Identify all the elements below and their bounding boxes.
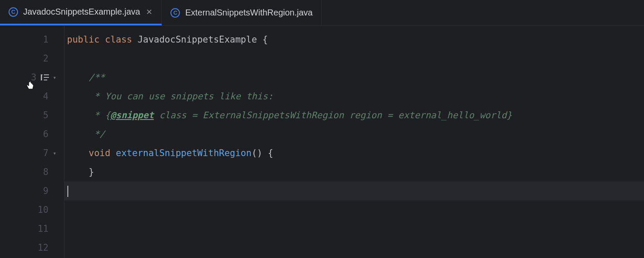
line-number: 9 [36,186,49,196]
code-line[interactable]: /** [64,68,644,87]
code-line[interactable]: void externalSnippetWithRegion() { [64,144,644,163]
code-area[interactable]: public class JavadocSnippetsExample { /*… [64,26,644,258]
gutter-row[interactable]: 6 [0,125,64,144]
code-line[interactable] [64,49,644,68]
code-line[interactable]: * {@snippet class = ExternalSnippetsWith… [64,106,644,125]
gutter-row[interactable]: 5 [0,106,64,125]
code-line[interactable]: * You can use snippets like this: [64,87,644,106]
line-number: 7 [36,148,49,158]
tab-external-snippets[interactable]: C ExternalSnippetsWithRegion.java [162,0,322,25]
editor: 1 2 3 ▾ 4 5 6 [0,26,644,258]
line-number: 2 [36,53,49,64]
gutter: 1 2 3 ▾ 4 5 6 [0,26,64,258]
java-class-icon: C [170,8,180,18]
tab-label: ExternalSnippetsWithRegion.java [185,8,313,18]
code-line[interactable] [64,200,644,219]
chevron-down-icon[interactable]: ▾ [53,74,59,81]
tab-label: JavadocSnippetsExample.java [23,7,140,17]
line-number: 4 [36,91,49,101]
gutter-row[interactable]: 2 [0,49,64,68]
gutter-row[interactable]: 10 [0,200,64,219]
tab-javadoc-snippets[interactable]: C JavadocSnippetsExample.java ✕ [0,0,162,25]
gutter-row[interactable]: 4 [0,87,64,106]
gutter-row[interactable]: 12 [0,238,64,257]
code-line[interactable]: public class JavadocSnippetsExample { [64,30,644,49]
line-number: 8 [36,167,49,177]
tab-bar: C JavadocSnippetsExample.java ✕ C Extern… [0,0,644,26]
line-number: 11 [36,224,49,234]
code-line[interactable] [64,219,644,238]
gutter-row[interactable]: 8 [0,163,64,181]
line-number: 1 [36,34,49,45]
java-class-icon: C [9,7,18,17]
line-number: 10 [36,205,49,215]
gutter-row[interactable]: 1 [0,30,64,49]
code-line[interactable]: */ [64,125,644,144]
code-line-current[interactable] [64,181,644,200]
code-line[interactable]: } [64,163,644,181]
line-number: 12 [36,243,49,253]
render-doc-icon[interactable] [41,74,49,80]
code-line[interactable] [64,238,644,257]
line-number: 3 [24,72,36,83]
gutter-row[interactable]: 7 ▾ [0,144,64,163]
chevron-down-icon[interactable]: ▾ [53,150,59,157]
close-icon[interactable]: ✕ [145,8,153,16]
line-number: 5 [36,110,49,120]
caret [67,186,68,197]
gutter-row[interactable]: 9 [0,181,64,200]
gutter-row[interactable]: 3 ▾ [0,68,64,87]
line-number: 6 [36,129,49,139]
gutter-row[interactable]: 11 [0,219,64,238]
